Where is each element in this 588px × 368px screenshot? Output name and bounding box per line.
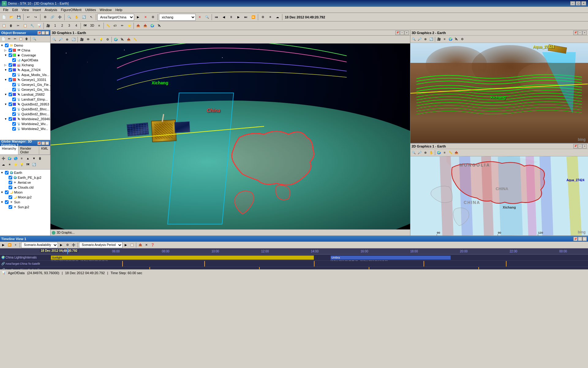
cb-gm-ep[interactable] bbox=[9, 176, 12, 179]
cb-qbs1[interactable] bbox=[12, 107, 16, 111]
tl-step-fwd[interactable]: ⏩ bbox=[7, 242, 12, 248]
g2d-measure2[interactable]: 📏 bbox=[448, 150, 453, 155]
expand-geoeye[interactable]: ▼ bbox=[4, 78, 8, 81]
tl-cursor[interactable] bbox=[67, 248, 68, 254]
gm-tab-renderorder[interactable]: Render Order bbox=[18, 146, 39, 155]
menu-file[interactable]: File bbox=[1, 8, 10, 12]
tb2-view2[interactable]: 2 bbox=[59, 22, 66, 29]
g3d1-zoom-out[interactable]: 🔎 bbox=[58, 36, 64, 43]
tree-xichang[interactable]: ▷ 🏭 Xichang bbox=[1, 63, 50, 67]
tb2-map[interactable]: 🗺 bbox=[82, 22, 89, 29]
pause-button[interactable]: ⏸ bbox=[228, 14, 235, 21]
g3d2-pin[interactable]: 📌 bbox=[573, 31, 578, 35]
tl-settings2[interactable]: ⚙ bbox=[65, 242, 70, 248]
g2d-close[interactable]: × bbox=[582, 144, 587, 148]
expand-demo[interactable]: ▼ bbox=[1, 44, 4, 47]
tree-geoeye-v1[interactable]: 📡 Geoeye1_Gis_Vis... bbox=[1, 87, 50, 92]
cb-aod[interactable] bbox=[12, 58, 16, 62]
gm-star[interactable]: ⭐ bbox=[13, 162, 18, 167]
g2d-export2[interactable]: 📤 bbox=[454, 150, 459, 155]
tb2-camera[interactable]: 🎥 bbox=[45, 22, 51, 29]
target-go-button[interactable]: ▶ bbox=[135, 14, 141, 21]
select-button[interactable]: ↖ bbox=[88, 14, 95, 21]
g3d2-center[interactable]: ⊕ bbox=[423, 36, 428, 42]
gm-map[interactable]: 🗺 bbox=[25, 162, 31, 167]
cb-xichang[interactable] bbox=[9, 63, 12, 67]
tree-gm-moon-jp2[interactable]: 🌙 Moon.jp2 bbox=[1, 195, 50, 200]
tree-qb2[interactable]: ▼ 🛰 QuickBird2_26953 bbox=[1, 102, 50, 107]
target-gear-button[interactable]: ⚙ bbox=[149, 14, 156, 21]
pan-button[interactable]: ✋ bbox=[73, 14, 80, 21]
object-dropdown[interactable]: xichang bbox=[159, 14, 196, 21]
menu-help[interactable]: Help bbox=[114, 8, 124, 12]
tb2-btn5[interactable]: 🔧 bbox=[29, 22, 36, 29]
g3d2-layers2[interactable]: ≡ bbox=[442, 36, 447, 42]
cb-geoeye[interactable] bbox=[9, 78, 12, 82]
cb-gm-cl[interactable] bbox=[9, 186, 12, 189]
g3d1-view[interactable]: 👁 bbox=[85, 36, 91, 43]
g3d1-center[interactable]: ⊕ bbox=[64, 36, 70, 43]
tl-minimize[interactable]: − bbox=[578, 237, 582, 241]
minimize-button[interactable]: − bbox=[570, 1, 575, 6]
connect-button[interactable]: 🔗 bbox=[49, 14, 56, 21]
tl-add[interactable]: ➕ bbox=[71, 242, 76, 248]
tb2-import[interactable]: 📥 bbox=[142, 22, 149, 29]
target-dropdown[interactable]: AreaTarget/China bbox=[97, 14, 134, 21]
gm-pin[interactable]: 📌 bbox=[37, 141, 41, 145]
g3d1-rotate[interactable]: 🔄 bbox=[70, 36, 77, 43]
insert-button[interactable]: ➕ bbox=[56, 14, 63, 21]
g2d-canvas[interactable]: 90 90 120 MONGOLIA CHINA CHINA Xichang A… bbox=[410, 156, 588, 236]
ob-close[interactable]: × bbox=[45, 31, 49, 35]
tl-export3[interactable]: 📤 bbox=[138, 242, 143, 248]
play-back-button[interactable]: ◀ bbox=[221, 14, 227, 21]
gm-globe2[interactable]: 🌎 bbox=[13, 155, 18, 161]
open-button[interactable]: 📂 bbox=[8, 14, 15, 21]
tb2-label[interactable]: 🏷 bbox=[112, 22, 119, 29]
cb-gm-sj[interactable] bbox=[9, 205, 12, 209]
tree-wv2[interactable]: ▼ 🛰 Worldview2_35946 bbox=[1, 117, 50, 121]
menu-edit[interactable]: Edit bbox=[10, 8, 20, 12]
g3d2-canvas[interactable]: Aqua_27424 Xichang bing bbox=[410, 43, 588, 143]
tl-close[interactable]: × bbox=[582, 237, 587, 241]
menu-insert[interactable]: Insert bbox=[31, 8, 43, 12]
tb2-measure[interactable]: 📏 bbox=[105, 22, 111, 29]
target-x-button[interactable]: ✕ bbox=[142, 14, 149, 21]
tl-period-dropdown[interactable]: Scenario Analysis Period bbox=[79, 242, 123, 248]
tl-period-go[interactable]: ▶ bbox=[123, 242, 129, 248]
menu-analysis[interactable]: Analysis bbox=[43, 8, 59, 12]
tb2-layers[interactable]: ≡ bbox=[96, 22, 103, 29]
g3d2-zoom-in[interactable]: 🔍 bbox=[411, 36, 417, 42]
g3d1-minimize[interactable]: − bbox=[400, 31, 404, 35]
tl-avail-go[interactable]: ▶ bbox=[58, 242, 64, 248]
g2d-globe3[interactable]: 🌍 bbox=[436, 150, 442, 155]
cb-demo[interactable] bbox=[5, 44, 9, 47]
tl-zoom-in[interactable]: + bbox=[13, 242, 18, 248]
cb-aqua[interactable] bbox=[9, 68, 12, 72]
gm-close[interactable]: × bbox=[45, 141, 49, 145]
expand-gm-moon[interactable]: ▼ bbox=[1, 191, 4, 194]
cb-coverage[interactable] bbox=[9, 53, 12, 57]
menu-window[interactable]: Window bbox=[98, 8, 114, 12]
cb-gm-ae[interactable] bbox=[9, 181, 12, 184]
g3d2-minimize[interactable]: − bbox=[578, 31, 582, 35]
expand-gm-earth[interactable]: ▼ bbox=[1, 171, 4, 174]
cb-gm-moon[interactable] bbox=[5, 190, 9, 194]
expand-xichang[interactable]: ▷ bbox=[4, 63, 8, 67]
gm-tab-hierarchy[interactable]: Hierarchy bbox=[0, 146, 18, 155]
g3d2-settings2[interactable]: ⚙ bbox=[459, 36, 465, 42]
g2d-zoom-out[interactable]: 🔎 bbox=[417, 150, 422, 155]
expand-wv2[interactable]: ▼ bbox=[4, 117, 8, 121]
x-clear-button[interactable]: ✕ bbox=[196, 14, 203, 21]
cb-wvs1[interactable] bbox=[12, 122, 16, 126]
g2d-minimize[interactable]: − bbox=[578, 144, 582, 148]
play-button[interactable]: ▶ bbox=[235, 14, 242, 21]
menu-figureofmerit[interactable]: FigureOfMerit bbox=[59, 8, 83, 12]
tb2-btn1[interactable]: 📋 bbox=[1, 22, 7, 29]
g3d1-light[interactable]: 💡 bbox=[98, 36, 104, 43]
tb2-btn2[interactable]: 🗑 bbox=[8, 22, 14, 29]
cb-gm-mj[interactable] bbox=[9, 195, 12, 199]
cb-china[interactable] bbox=[9, 48, 12, 52]
menu-view[interactable]: View bbox=[20, 8, 31, 12]
zoom-button[interactable]: 🔍 bbox=[66, 14, 73, 21]
gm-sun[interactable]: ☀ bbox=[7, 162, 12, 167]
